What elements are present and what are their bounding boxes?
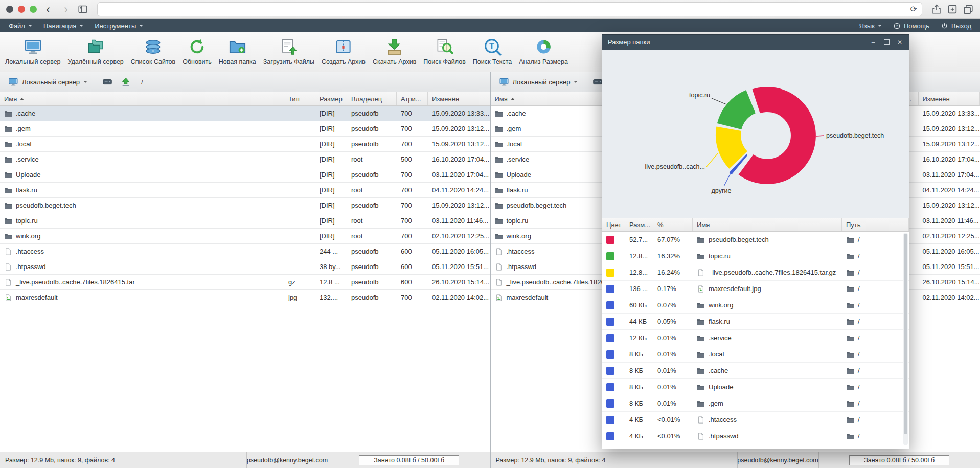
file-row[interactable]: topic.ru[DIR]root70003.11.2020 11:46... [0,213,490,229]
toolbar-upload-files-button[interactable]: Загрузить Файлы [260,36,317,67]
cell-attrs: 500 [397,152,428,167]
image-file-icon [4,294,12,301]
share-icon[interactable] [931,4,942,15]
toolbar-refresh-button[interactable]: Обновить [179,36,215,67]
tabs-overview-icon[interactable] [963,4,974,15]
file-row[interactable]: Uploade[DIR]pseudofb70003.11.2020 17:04.… [0,167,490,183]
file-row[interactable]: .gem[DIR]pseudofb70015.09.2020 13:12... [0,121,490,137]
column-header-size[interactable]: Разм... [627,218,653,231]
current-path: / [141,78,143,86]
folder-icon [846,351,854,358]
image-file-icon [697,285,705,293]
toolbar-search-files-button[interactable]: Поиск Файлов [420,36,469,67]
toolbar-remote-server-button[interactable]: Удалённый сервер [65,36,127,67]
color-swatch [606,416,614,424]
dialog-titlebar[interactable]: Размер папки – ✕ [602,35,909,50]
column-header-name[interactable]: Имя [693,218,842,231]
file-row[interactable]: pseudofb.beget.tech[DIR]pseudofb70015.09… [0,198,490,213]
file-row[interactable]: flask.ru[DIR]root70004.11.2020 14:24... [0,183,490,198]
size-row[interactable]: 136 ...0.17%maxresdefault.jpg/ [602,281,909,297]
file-row[interactable]: maxresdefaultjpg132....pseudofb70002.11.… [0,290,490,305]
forward-button[interactable]: › [59,4,73,15]
svg-text:T: T [489,41,494,51]
size-row[interactable]: 12 КБ0.01%.service/ [602,330,909,346]
panel-left: Локальный сервер / Имя Тип Размер Владел… [0,72,490,452]
column-header-modified[interactable]: Изменён [919,92,980,105]
column-header-size[interactable]: Размер [315,92,347,105]
column-header-percent[interactable]: % [653,218,693,231]
size-row[interactable]: 8 КБ0.01%.gem/ [602,395,909,412]
size-row[interactable]: 12.8...16.32%topic.ru/ [602,248,909,264]
upload-arrow-icon [120,76,131,87]
size-row[interactable]: 44 КБ0.05%flask.ru/ [602,314,909,330]
column-header-attrs[interactable]: Атри... [397,92,428,105]
file-row[interactable]: _live.pseudofb..cache.7files.1826415.tar… [0,275,490,290]
window-maximize-button[interactable] [30,6,37,13]
dialog-minimize-icon[interactable]: – [870,39,877,46]
menu-language[interactable]: Язык [853,22,887,30]
size-row[interactable]: 4 КБ<0.01%.htaccess/ [602,412,909,428]
file-row[interactable]: .local[DIR]pseudofb70015.09.2020 13:12..… [0,137,490,152]
file-row[interactable]: wink.org[DIR]root70002.10.2020 12:25... [0,229,490,244]
menu-file[interactable]: Файл [3,19,38,32]
menu-navigation[interactable]: Навигация [38,19,89,32]
column-header-path[interactable]: Путь [842,218,909,231]
size-row[interactable]: 8 КБ0.01%.local/ [602,346,909,363]
toolbar-size-analysis-button[interactable]: Анализ Размера [516,36,571,67]
file-row[interactable]: .cache[DIR]pseudofb70015.09.2020 13:33..… [0,106,490,121]
cell-path: / [842,363,909,378]
size-row[interactable]: 8 КБ0.01%Uploade/ [602,379,909,395]
server-selector-label: Локальный сервер [22,78,80,86]
cell-name: flask.ru [693,314,842,329]
column-header-modified[interactable]: Изменён [428,92,490,105]
dialog-close-icon[interactable]: ✕ [896,39,903,46]
toolbar-new-folder-button[interactable]: Новая папка [216,36,259,67]
upload-button[interactable] [119,75,133,89]
column-header-name[interactable]: Имя [0,92,284,105]
menu-help[interactable]: ? Помощь [887,22,935,30]
toolbar-create-archive-button[interactable]: Создать Архив [318,36,369,67]
address-input[interactable] [102,5,910,14]
file-row[interactable]: .htaccess244 ...pseudofb60005.11.2020 16… [0,244,490,259]
cell-size: 4 КБ [627,412,653,428]
server-selector[interactable]: Локальный сервер [495,75,582,89]
toolbar-download-archive-button[interactable]: Скачать Архив [370,36,419,67]
size-row[interactable]: 4 КБ<0.01%.htpasswd/ [602,428,909,444]
back-button[interactable]: ‹ [41,4,55,15]
disk-button[interactable] [100,75,115,89]
window-minimize-button[interactable] [18,6,25,13]
dialog-maximize-icon[interactable] [883,39,890,46]
column-header-owner[interactable]: Владелец [347,92,397,105]
cell-color [602,363,627,378]
toolbar-search-text-button[interactable]: TПоиск Текста [470,36,515,67]
size-row[interactable]: 8 КБ0.01%.cache/ [602,363,909,379]
size-row[interactable]: 12.8...16.24%_live.pseudofb..cache.7file… [602,264,909,281]
cell-modified: 15.09.2020 13:12... [919,121,980,136]
column-header-color[interactable]: Цвет [602,218,627,231]
new-window-icon[interactable] [947,4,958,15]
size-row[interactable]: 60 КБ0.07%wink.org/ [602,297,909,314]
server-selector[interactable]: Локальный сервер [4,75,92,89]
address-bar[interactable]: ⟳ [97,2,922,16]
file-icon [495,248,503,255]
quota-indicator: Занято 0.08Гб / 50.00Гб [849,455,949,465]
cell-modified: 03.11.2020 17:04... [919,167,980,182]
cell-path: / [842,264,909,280]
toolbar-label: Загрузить Файлы [263,58,314,65]
window-close-button[interactable] [6,6,13,13]
folder-icon [697,253,705,260]
file-row[interactable]: .htpasswd38 by...pseudofb60005.11.2020 1… [0,259,490,275]
sidebar-toggle-icon[interactable] [77,4,88,15]
file-row[interactable]: .service[DIR]root50016.10.2020 17:04... [0,152,490,167]
toolbar-site-list-button[interactable]: Список Сайтов [128,36,178,67]
toolbar-local-server-button[interactable]: Локальный сервер [2,36,64,67]
reload-icon[interactable]: ⟳ [910,5,917,13]
cell-owner: pseudofb [347,137,397,151]
size-row[interactable]: 52.7...67.07%pseudofb.beget.tech/ [602,232,909,248]
scrollbar-thumb[interactable] [904,234,907,434]
cell-name: maxresdefault [0,290,284,305]
column-header-type[interactable]: Тип [284,92,315,105]
menu-logout[interactable]: Выход [935,22,977,30]
dialog-scrollbar[interactable] [903,233,908,445]
menu-tools[interactable]: Инструменты [89,19,149,32]
